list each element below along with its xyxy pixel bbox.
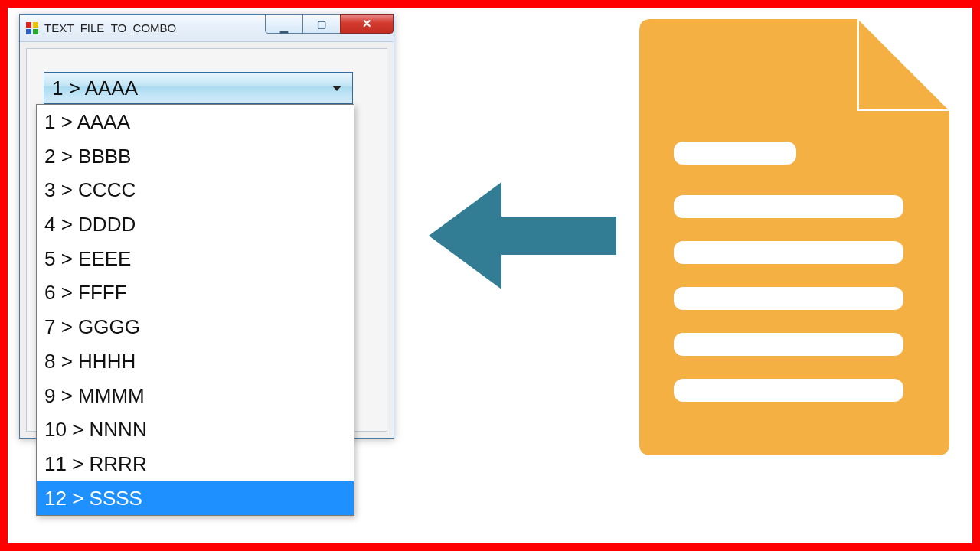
app-icon [26, 22, 38, 34]
svg-marker-2 [859, 21, 948, 109]
maximize-icon: ▢ [317, 18, 326, 30]
minimize-icon: ▁ [280, 21, 288, 33]
combo-option[interactable]: 11 > RRRR [37, 447, 354, 481]
combo-option[interactable]: 2 > BBBB [37, 139, 354, 174]
combo-box[interactable]: 1 > AAAA [44, 72, 353, 104]
svg-rect-5 [674, 241, 903, 264]
combo-option[interactable]: 10 > NNNN [37, 412, 354, 447]
svg-rect-6 [674, 287, 903, 310]
svg-rect-3 [674, 142, 796, 165]
combo-option[interactable]: 12 > SSSS [37, 481, 354, 516]
outer-frame: TEXT_FILE_TO_COMBO ▁ ▢ ✕ 1 > AAAA 1 > AA… [0, 0, 980, 551]
combo-option[interactable]: 7 > GGGG [37, 310, 354, 344]
combo-option[interactable]: 3 > CCCC [37, 173, 354, 207]
svg-rect-4 [674, 195, 903, 218]
combo-option[interactable]: 1 > AAAA [37, 105, 354, 139]
combo-option[interactable]: 9 > MMMM [37, 379, 354, 413]
text-file-icon [628, 19, 949, 455]
close-button[interactable]: ✕ [340, 14, 394, 34]
window-title: TEXT_FILE_TO_COMBO [44, 21, 176, 34]
arrow-left-icon [429, 182, 616, 289]
svg-rect-8 [674, 379, 903, 402]
combo-option[interactable]: 4 > DDDD [37, 207, 354, 242]
minimize-button[interactable]: ▁ [265, 14, 303, 34]
titlebar[interactable]: TEXT_FILE_TO_COMBO ▁ ▢ ✕ [20, 15, 394, 42]
combo-selected-text: 1 > AAAA [52, 77, 332, 100]
chevron-down-icon [332, 86, 341, 91]
combo-option[interactable]: 8 > HHHH [37, 344, 354, 379]
close-icon: ✕ [362, 17, 372, 31]
combo-option[interactable]: 5 > EEEE [37, 242, 354, 276]
combo-option[interactable]: 6 > FFFF [37, 276, 354, 310]
svg-rect-7 [674, 333, 903, 356]
svg-marker-0 [429, 182, 616, 289]
maximize-button[interactable]: ▢ [302, 14, 341, 34]
window-controls: ▁ ▢ ✕ [266, 14, 394, 34]
combo-dropdown[interactable]: 1 > AAAA2 > BBBB3 > CCCC4 > DDDD5 > EEEE… [36, 104, 354, 516]
